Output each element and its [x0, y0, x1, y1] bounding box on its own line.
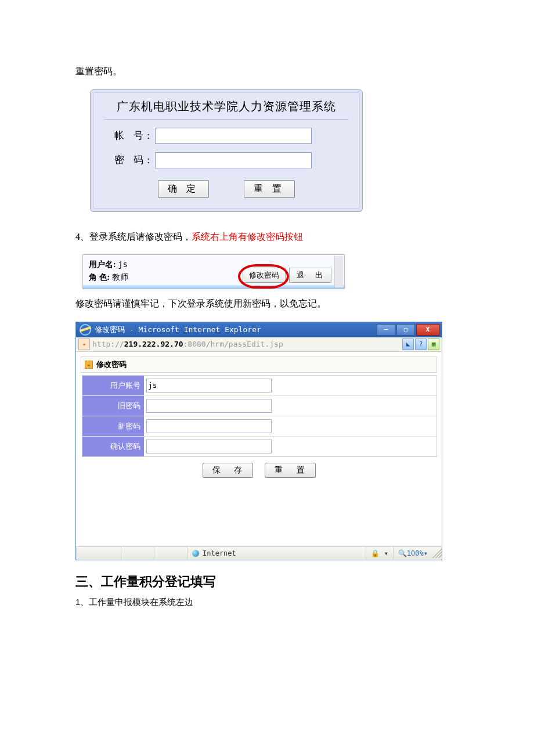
paragraph-remember: 修改密码请谨慎牢记，下次登录系统使用新密码，以免忘记。 [75, 296, 459, 311]
exit-button[interactable]: 退 出 [289, 268, 331, 283]
account-label: 帐 号: [114, 129, 155, 142]
paragraph-step4: 4、登录系统后请修改密码，系统右上角有修改密码按钮 [75, 229, 459, 244]
login-reset-button[interactable]: 重 置 [244, 180, 295, 198]
user-label: 用户名: [89, 260, 116, 269]
role-label: 角 色: [89, 273, 110, 282]
user-value: js [118, 260, 128, 269]
document-page: 重置密码。 广东机电职业技术学院人力资源管理系统 帐 号: 密 码: 确 定 重… [0, 0, 534, 678]
addr-tool-1-icon[interactable]: ◣ [402, 339, 414, 350]
form-reset-button[interactable]: 重 置 [265, 463, 316, 478]
addr-tool-3-icon[interactable]: ▦ [428, 339, 439, 350]
account-input[interactable] [155, 128, 312, 144]
ie-url[interactable]: http://219.222.92.70:8080/hrm/passEdit.j… [92, 340, 283, 348]
field-confirmpw-label: 确认密码 [82, 437, 144, 456]
maximize-button[interactable]: ▢ [396, 324, 415, 336]
ie-address-bar: ✦ http://219.222.92.70:8080/hrm/passEdit… [76, 337, 442, 352]
url-host: 219.222.92.70 [124, 340, 183, 348]
scrollbar[interactable] [334, 256, 343, 287]
login-title: 广东机电职业技术学院人力资源管理系统 [104, 93, 349, 120]
role-value: 教师 [112, 273, 128, 282]
addr-tool-2-icon[interactable]: ? [415, 339, 427, 350]
section-heading-3: 三、工作量积分登记填写 [75, 573, 459, 591]
field-newpw-label: 新密码 [82, 416, 144, 436]
save-button[interactable]: 保 存 [203, 463, 254, 478]
password-form: 用户账号 旧密码 新密码 确认密码 [82, 375, 437, 457]
paragraph-reset-note: 重置密码。 [75, 64, 459, 79]
step4-black: 4、登录系统后请修改密码， [75, 232, 192, 242]
panel-arrow-icon: » [85, 361, 93, 369]
field-oldpw-label: 旧密码 [82, 396, 144, 416]
ie-window: 修改密码 - Microsoft Internet Explorer ─ ▢ X… [75, 322, 442, 560]
password-input[interactable] [155, 152, 312, 168]
minimize-button[interactable]: ─ [377, 324, 395, 336]
login-ok-button[interactable]: 确 定 [158, 180, 209, 198]
field-account-label: 用户账号 [82, 376, 144, 395]
protected-mode-icon[interactable]: 🔒 ▾ [366, 547, 392, 560]
field-confirmpw-input[interactable] [146, 440, 272, 453]
ie-window-title: 修改密码 - Microsoft Internet Explorer [95, 325, 377, 335]
step4-red: 系统右上角有修改密码按钮 [192, 232, 303, 242]
resize-grip-icon[interactable] [432, 549, 442, 558]
login-panel: 广东机电职业技术学院人力资源管理系统 帐 号: 密 码: 确 定 重 置 [90, 89, 363, 212]
ie-titlebar: 修改密码 - Microsoft Internet Explorer ─ ▢ X [76, 322, 442, 337]
close-button[interactable]: X [416, 324, 439, 336]
change-password-button[interactable]: 修改密码 [243, 268, 286, 283]
ie-logo-icon [80, 324, 91, 336]
panel-title: 修改密码 [96, 359, 127, 370]
panel-header: » 修改密码 [81, 357, 437, 373]
app-header-bar: 用户名: js 角 色: 教师 修改密码 退 出 [82, 254, 345, 289]
field-oldpw-input[interactable] [146, 399, 272, 413]
status-zone: Internet [203, 549, 236, 557]
paragraph-3-1: 1、工作量申报模块在系统左边 [75, 595, 459, 609]
field-account-input[interactable] [146, 379, 272, 393]
page-icon: ✦ [78, 339, 90, 350]
ie-page-body: » 修改密码 用户账号 旧密码 新密码 确认密码 [76, 352, 442, 546]
password-label: 密 码: [114, 153, 155, 167]
zoom-control[interactable]: 🔍 100% ▾ [393, 547, 432, 560]
field-newpw-input[interactable] [146, 419, 272, 433]
url-post: :8080/hrm/passEdit.jsp [183, 340, 283, 348]
ie-status-bar: Internet 🔒 ▾ 🔍 100% ▾ [76, 546, 442, 560]
url-pre: http:// [92, 340, 124, 348]
internet-zone-icon [192, 550, 199, 557]
header-bottom-stripe [83, 285, 344, 289]
